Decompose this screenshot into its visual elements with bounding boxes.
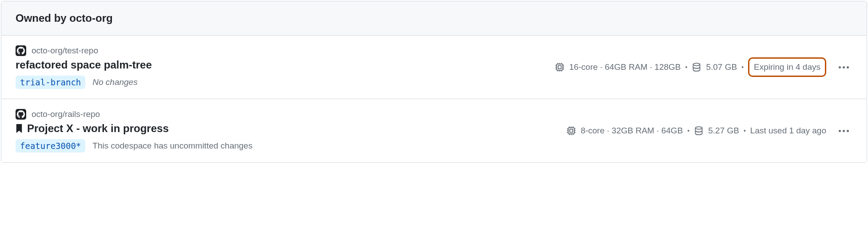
- kebab-menu-button[interactable]: [835, 126, 852, 136]
- codespace-title[interactable]: refactored space palm-tree: [16, 59, 152, 71]
- codespaces-panel: Owned by octo-org octo-org/test-repo ref…: [1, 1, 867, 163]
- codespace-title[interactable]: Project X - work in progress: [27, 122, 169, 135]
- kebab-dot-icon: [839, 66, 841, 68]
- status-text: Last used 1 day ago: [750, 126, 826, 136]
- kebab-dot-icon: [847, 66, 849, 68]
- storage-text: 5.07 GB: [706, 62, 737, 72]
- owner-title: Owned by octo-org: [16, 12, 852, 24]
- kebab-dot-icon: [839, 130, 841, 132]
- title-line: refactored space palm-tree: [16, 59, 152, 71]
- branch-line: feature3000* This codespace has uncommit…: [16, 139, 252, 153]
- repo-line: octo-org/rails-repo: [16, 109, 252, 120]
- changes-status: This codespace has uncommitted changes: [92, 141, 252, 151]
- title-line: Project X - work in progress: [16, 122, 252, 135]
- kebab-dot-icon: [847, 130, 849, 132]
- codespace-row: octo-org/rails-repo Project X - work in …: [1, 99, 867, 162]
- svg-point-31: [696, 127, 702, 129]
- specs-text: 16-core · 64GB RAM · 128GB: [569, 62, 681, 72]
- github-icon: [16, 109, 26, 120]
- repo-name[interactable]: octo-org/test-repo: [32, 46, 98, 56]
- panel-header: Owned by octo-org: [1, 1, 867, 36]
- codespace-info: octo-org/rails-repo Project X - work in …: [16, 109, 252, 153]
- bookmark-icon: [16, 124, 23, 133]
- svg-rect-2: [558, 66, 561, 69]
- status-text-highlighted: Expiring in 4 days: [748, 57, 826, 77]
- meta-group: 16-core · 64GB RAM · 128GB • 5.07 GB • E…: [555, 57, 826, 77]
- codespace-meta: 8-core · 32GB RAM · 64GB • 5.27 GB • Las…: [566, 126, 852, 136]
- separator-dot: •: [744, 127, 746, 134]
- branch-tag[interactable]: feature3000*: [16, 139, 85, 153]
- separator-dot: •: [741, 64, 744, 71]
- kebab-dot-icon: [843, 66, 845, 68]
- storage-text: 5.27 GB: [708, 126, 739, 136]
- codespace-meta: 16-core · 64GB RAM · 128GB • 5.07 GB • E…: [555, 57, 852, 77]
- database-icon: [694, 126, 704, 136]
- repo-line: octo-org/test-repo: [16, 45, 152, 56]
- github-icon: [16, 45, 26, 56]
- repo-name[interactable]: octo-org/rails-repo: [32, 109, 100, 119]
- codespace-row: octo-org/test-repo refactored space palm…: [1, 36, 867, 99]
- separator-dot: •: [685, 64, 688, 71]
- meta-group: 8-core · 32GB RAM · 64GB • 5.27 GB • Las…: [566, 126, 826, 136]
- codespace-info: octo-org/test-repo refactored space palm…: [16, 45, 152, 89]
- svg-rect-18: [570, 129, 573, 133]
- svg-rect-17: [568, 128, 574, 134]
- specs-text: 8-core · 32GB RAM · 64GB: [581, 126, 683, 136]
- separator-dot: •: [687, 127, 689, 134]
- branch-tag[interactable]: trial-branch: [16, 76, 85, 89]
- database-icon: [692, 62, 701, 72]
- cpu-icon: [555, 62, 565, 72]
- svg-rect-1: [557, 64, 563, 70]
- changes-status: No changes: [92, 77, 137, 87]
- kebab-menu-button[interactable]: [835, 63, 852, 72]
- svg-point-15: [693, 63, 700, 66]
- branch-line: trial-branch No changes: [16, 76, 152, 89]
- kebab-dot-icon: [843, 130, 845, 132]
- cpu-icon: [566, 126, 576, 136]
